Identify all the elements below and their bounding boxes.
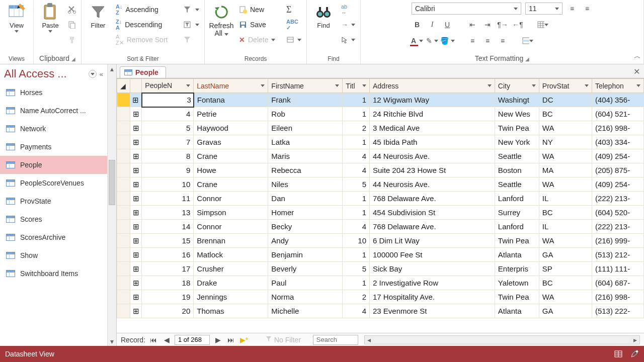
cell-city[interactable]: New Wes: [495, 107, 539, 121]
cell-telephone[interactable]: (409) 254-: [592, 149, 643, 163]
cell-peoplen[interactable]: 15: [142, 234, 194, 248]
cell-city[interactable]: Lanford: [495, 192, 539, 206]
cell-provstate[interactable]: WA: [539, 121, 592, 135]
cell-city[interactable]: New York: [495, 135, 539, 149]
expand-row-button[interactable]: ⊞: [130, 290, 142, 304]
nav-item-name-autocorrect-[interactable]: Name AutoCorrect ...: [0, 102, 107, 120]
cell-telephone[interactable]: (222) 213-: [592, 220, 643, 234]
cell-lastname[interactable]: Jennings: [194, 290, 268, 304]
cell-firstname[interactable]: Homer: [268, 206, 343, 220]
nav-menu-chevron-icon[interactable]: [89, 70, 97, 78]
cell-provstate[interactable]: BC: [539, 276, 592, 290]
cell-peoplen[interactable]: 14: [142, 220, 194, 234]
nav-item-provstate[interactable]: ProvState: [0, 192, 107, 210]
cell-provstate[interactable]: WA: [539, 149, 592, 163]
cell-peoplen[interactable]: 13: [142, 206, 194, 220]
expand-row-button[interactable]: ⊞: [130, 107, 142, 121]
cell-address[interactable]: Sick Bay: [369, 262, 495, 276]
numbering-button[interactable]: ≡: [582, 3, 593, 14]
gridlines-button[interactable]: [537, 19, 548, 30]
cell-lastname[interactable]: Gravas: [194, 135, 268, 149]
cell-lastname[interactable]: Fontana: [194, 93, 268, 107]
cell-telephone[interactable]: (513) 222-: [592, 304, 643, 318]
cell-peoplen[interactable]: 18: [142, 276, 194, 290]
row-selector[interactable]: [117, 121, 130, 135]
cell-address[interactable]: 454 Subdivision St: [369, 206, 495, 220]
scroll-right-arrow[interactable]: ▸: [630, 336, 639, 344]
cell-city[interactable]: Surrey: [495, 206, 539, 220]
cell-firstname[interactable]: Andy: [268, 234, 343, 248]
datasheet-view-switch[interactable]: [614, 349, 623, 358]
cell-title[interactable]: 1: [343, 248, 370, 262]
cell-firstname[interactable]: Eileen: [268, 121, 343, 135]
cell-provstate[interactable]: WA: [539, 177, 592, 192]
nav-item-payments[interactable]: Payments: [0, 138, 107, 156]
cell-provstate[interactable]: WA: [539, 234, 592, 248]
cell-lastname[interactable]: Petrie: [194, 107, 268, 121]
cell-title[interactable]: 1: [343, 276, 370, 290]
cell-firstname[interactable]: Niles: [268, 177, 343, 192]
align-left-button[interactable]: ≡: [467, 35, 478, 46]
cell-city[interactable]: Twin Pea: [495, 290, 539, 304]
font-color-button[interactable]: A: [412, 35, 423, 46]
table-row[interactable]: ⊞13SimpsonHomer1454 Subdivision StSurrey…: [117, 206, 644, 220]
cell-firstname[interactable]: Michelle: [268, 304, 343, 318]
cell-telephone[interactable]: (604) 521-: [592, 107, 643, 121]
cell-provstate[interactable]: WA: [539, 290, 592, 304]
column-header-peoplen[interactable]: PeopleN: [142, 79, 194, 93]
cell-city[interactable]: Yaletown: [495, 276, 539, 290]
expand-row-button[interactable]: ⊞: [130, 163, 142, 177]
cell-address[interactable]: 6 Dim Lit Way: [369, 234, 495, 248]
align-right-button[interactable]: ≡: [497, 35, 508, 46]
paste-button[interactable]: Paste: [37, 2, 64, 33]
cell-city[interactable]: Twin Pea: [495, 234, 539, 248]
fill-color-button[interactable]: 🪣: [442, 35, 453, 46]
column-header-provstat[interactable]: ProvStat: [539, 79, 592, 93]
cell-lastname[interactable]: Simpson: [194, 206, 268, 220]
cell-peoplen[interactable]: 8: [142, 149, 194, 163]
cell-firstname[interactable]: Beverly: [268, 262, 343, 276]
expand-row-button[interactable]: ⊞: [130, 206, 142, 220]
toggle-filter-button[interactable]: [181, 33, 201, 46]
column-header-lastname[interactable]: LastName: [194, 79, 268, 93]
increase-indent-button[interactable]: ⇥: [482, 19, 493, 30]
scroll-left-arrow[interactable]: ◂: [365, 336, 374, 344]
row-selector[interactable]: [117, 93, 130, 107]
font-family-combo[interactable]: Calibri: [412, 3, 521, 15]
cell-provstate[interactable]: DC: [539, 93, 592, 107]
table-row[interactable]: ⊞5HaywoodEileen23 Medical AveTwin PeaWA(…: [117, 121, 644, 135]
cell-telephone[interactable]: (205) 875-: [592, 163, 643, 177]
cell-peoplen[interactable]: 9: [142, 163, 194, 177]
decrease-indent-button[interactable]: ⇤: [467, 19, 478, 30]
cell-telephone[interactable]: (216) 999-: [592, 234, 643, 248]
cell-city[interactable]: Seattle: [495, 177, 539, 192]
table-row[interactable]: ⊞10CraneNiles544 Neurosis Ave.SeattleWA(…: [117, 177, 644, 192]
cell-title[interactable]: 5: [343, 262, 370, 276]
cell-address[interactable]: Suite 204 23 Howe St: [369, 163, 495, 177]
cell-lastname[interactable]: Crane: [194, 177, 268, 192]
table-row[interactable]: ⊞9HoweRebecca4Suite 204 23 Howe StBoston…: [117, 163, 644, 177]
cell-lastname[interactable]: Connor: [194, 192, 268, 206]
prev-record-button[interactable]: ◀: [162, 335, 172, 344]
row-selector[interactable]: [117, 290, 130, 304]
column-header-city[interactable]: City: [495, 79, 539, 93]
expand-row-button[interactable]: ⊞: [130, 234, 142, 248]
row-selector[interactable]: [117, 149, 130, 163]
cell-firstname[interactable]: Paul: [268, 276, 343, 290]
select-all-corner[interactable]: ◢: [117, 79, 130, 93]
cell-lastname[interactable]: Haywood: [194, 121, 268, 135]
last-record-button[interactable]: ⏭: [226, 335, 236, 344]
column-header-telephon[interactable]: Telephon: [592, 79, 643, 93]
find-button[interactable]: Find: [310, 2, 337, 29]
spelling-button[interactable]: ABC✓: [284, 18, 303, 31]
first-record-button[interactable]: ⏮: [148, 335, 158, 344]
cell-title[interactable]: 1: [343, 135, 370, 149]
table-row[interactable]: ⊞15BrennanAndy106 Dim Lit WayTwin PeaWA(…: [117, 234, 644, 248]
column-header-firstname[interactable]: FirstName: [268, 79, 343, 93]
scroll-up-arrow[interactable]: ▴: [108, 64, 116, 73]
alt-row-color-button[interactable]: [522, 35, 533, 46]
cell-lastname[interactable]: Connor: [194, 220, 268, 234]
row-selector[interactable]: [117, 163, 130, 177]
row-selector[interactable]: [117, 304, 130, 318]
advanced-filter-button[interactable]: [181, 18, 201, 31]
